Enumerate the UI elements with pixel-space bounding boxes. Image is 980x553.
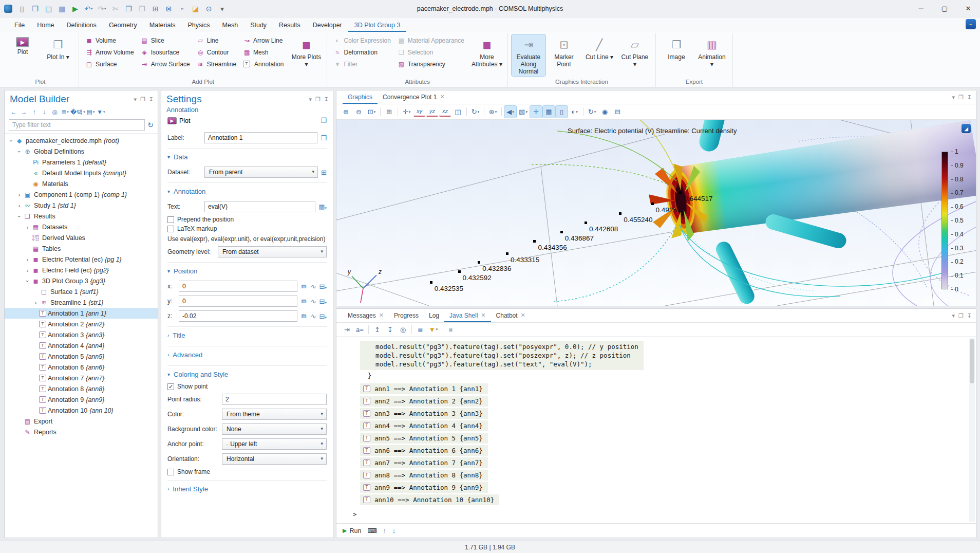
graphics-tab-convergence-plot-1[interactable]: Convergence Plot 1✕ [378,91,450,104]
qb-redo-icon[interactable]: ↷▾ [96,3,108,15]
ribbon-button-selection[interactable]: ❏Selection [395,46,468,58]
console-tab-chatbot[interactable]: Chatbot✕ [491,309,531,322]
tree-item-pacemaker-electrode-mph[interactable]: ›◆pacemaker_electrode.mph(root) [5,135,158,146]
menu-tab-file[interactable]: File [8,19,31,32]
background-color-combo[interactable]: None▾ [222,423,327,435]
range-icon[interactable]: ∿ [311,298,316,305]
orientation-combo[interactable]: Horizontal▾ [222,453,327,465]
panel-pin-icon[interactable]: ↧ [324,96,329,103]
gt-view-xz[interactable]: xz [439,107,451,117]
panel-menu-icon[interactable]: ▾ [134,96,137,103]
tree-item-reports[interactable]: ✎Reports [5,427,158,437]
gt-default-view[interactable]: ✛▾ [401,106,412,118]
tree-item-tables[interactable]: ▦Tables [5,243,158,254]
tree-item-datasets[interactable]: ›▦Datasets [5,222,158,232]
mb-toolbar-icon-3[interactable]: ↓ [40,107,49,117]
mb-toolbar-icon-8[interactable]: ▼▾ [96,107,106,117]
ribbon-button-transparency[interactable]: ▧Transparency [395,58,468,70]
gt-show-grid[interactable]: ▦ [543,106,555,118]
gt-scene[interactable]: ⊛▾ [487,106,499,118]
panel-float-icon[interactable]: ❐ [140,96,145,103]
section-annotation[interactable]: ▾Annotation [167,182,327,197]
shell-toolbar-icon-10[interactable]: ■ [445,324,457,336]
canvas-corner-icon[interactable]: ◢ [962,124,971,133]
tree-expander[interactable]: › [24,256,31,263]
tree-item-parameters-1[interactable]: PiParameters 1{default} [5,157,158,168]
ribbon-button-evaluate-along-normal[interactable]: ⇥Evaluate Along Normal [512,34,545,76]
qb-delete-icon[interactable]: ⊠ [162,3,175,15]
ribbon-button-isosurface[interactable]: ◈Isosurface [138,46,194,58]
ribbon-button-marker-point[interactable]: ⊡Marker Point [547,34,581,72]
shell-toolbar-icon-0[interactable]: ⇥ [341,324,353,336]
menu-tab-home[interactable]: Home [31,19,60,32]
history-down-icon[interactable]: ↓ [392,527,395,534]
ribbon-button-cut-plane[interactable]: ▱Cut Plane ▾ [618,34,652,72]
tree-item-annotation-6[interactable]: TAnnotation 6{ann6} [5,362,158,373]
annotation-text-input[interactable] [204,201,315,212]
anchor-point-combo[interactable]: ◦Upper left▾ [222,438,327,450]
dataset-combo[interactable]: From parent▾ [204,167,318,178]
ribbon-button-plot[interactable]: ▶Plot [6,34,40,72]
gt-zoom-extents[interactable]: ⊞ [383,106,395,118]
mb-toolbar-icon-5[interactable]: ≣▾ [60,107,70,117]
tree-expander[interactable]: › [16,192,23,198]
tree-item-annotation-4[interactable]: TAnnotation 4{ann4} [5,340,158,351]
close-tab-icon[interactable]: ✕ [379,312,384,319]
tree-item-materials[interactable]: ◉Materials [5,178,158,189]
tree-expander[interactable]: › [24,224,31,230]
gt-zoom-box[interactable]: ⊡▾ [366,106,378,118]
shell-toolbar-icon-8[interactable]: ▼▾ [427,324,439,336]
gt-camera[interactable]: ◫ [452,106,464,118]
rename-icon[interactable]: ❐ [321,134,327,142]
expression-menu-icon[interactable]: ⊟ [319,312,327,320]
ribbon-button-cut-line[interactable]: ╱Cut Line ▾ [582,34,616,72]
gt-select-mode[interactable]: ◀▾ [504,106,516,118]
qb-run-icon[interactable]: ▶ [69,3,82,15]
gt-show-legend[interactable]: ▯ [556,106,568,118]
mb-toolbar-icon-4[interactable]: ◎ [50,107,60,117]
tree-expander[interactable]: › [24,267,31,273]
panel-float-icon[interactable]: ❐ [958,312,964,319]
qb-new-file-icon[interactable]: ▯ [15,3,28,15]
console-tab-log[interactable]: Log [424,309,444,322]
menu-tab-mesh[interactable]: Mesh [216,19,244,32]
tree-item-annotation-5[interactable]: TAnnotation 5{ann5} [5,351,158,362]
panel-menu-icon[interactable]: ▾ [309,96,312,103]
ribbon-button-color-expression[interactable]: ◐Color Expression [331,34,394,46]
tree-item-study-1[interactable]: ›∾Study 1{std 1} [5,200,158,211]
shell-toolbar-icon-5[interactable]: ◎ [397,324,409,336]
menu-tab-geometry[interactable]: Geometry [103,19,143,32]
console-tab-progress[interactable]: Progress [389,309,424,322]
mb-toolbar-icon-2[interactable]: ↑ [29,107,39,117]
tree-item-results[interactable]: ›❏Results [5,211,158,222]
tree-item-electric-field-ec-[interactable]: ›◼Electric Field (ec){pg2} [5,265,158,275]
tree-expander[interactable]: › [16,202,23,209]
menu-tab-materials[interactable]: Materials [143,19,182,32]
menu-tab-developer[interactable]: Developer [307,19,348,32]
tree-expander[interactable]: › [16,213,23,219]
tree-item-component-1-comp-1-[interactable]: ›▣Component 1 (comp 1){comp 1} [5,189,158,200]
gt-view-yz[interactable]: yz [426,107,438,117]
panel-menu-icon[interactable]: ▾ [952,94,955,101]
qb-save-icon[interactable]: ▤ [42,3,55,15]
qb-save-as-icon[interactable]: ▥ [55,3,68,15]
ribbon-button-arrow-volume[interactable]: ⇶Arrow Volume [83,46,138,58]
menu-tab-physics[interactable]: Physics [181,19,216,32]
show-point-checkbox[interactable]: ✓ [167,383,174,390]
menu-tab-context[interactable]: 3D Plot Group 3 [348,19,407,32]
latex-markup-checkbox[interactable] [167,226,174,232]
qb-find-icon[interactable]: ⊙ [202,3,215,15]
refresh-icon[interactable]: ↻ [147,121,154,129]
close-tab-icon[interactable]: ✕ [481,312,485,319]
history-up-icon[interactable]: ↑ [383,527,386,534]
tree-item-export[interactable]: ▤Export [5,416,158,427]
ribbon-button-arrow-line[interactable]: ↝Arrow Line [240,34,288,46]
dataset-actions-icon[interactable]: ⊞ [321,169,327,176]
tree-item-annotation-9[interactable]: TAnnotation 9{ann9} [5,394,158,405]
tree-item-global-definitions[interactable]: ›⊕Global Definitions [5,146,158,157]
tree-item-surface-1[interactable]: ▢Surface 1{surf1} [5,286,158,297]
tree-filter-input[interactable] [9,119,145,131]
ribbon-button-surface[interactable]: ▢Surface [83,58,138,70]
tree-item-annotation-3[interactable]: TAnnotation 3{ann3} [5,329,158,340]
tree-expander[interactable]: › [32,300,39,306]
